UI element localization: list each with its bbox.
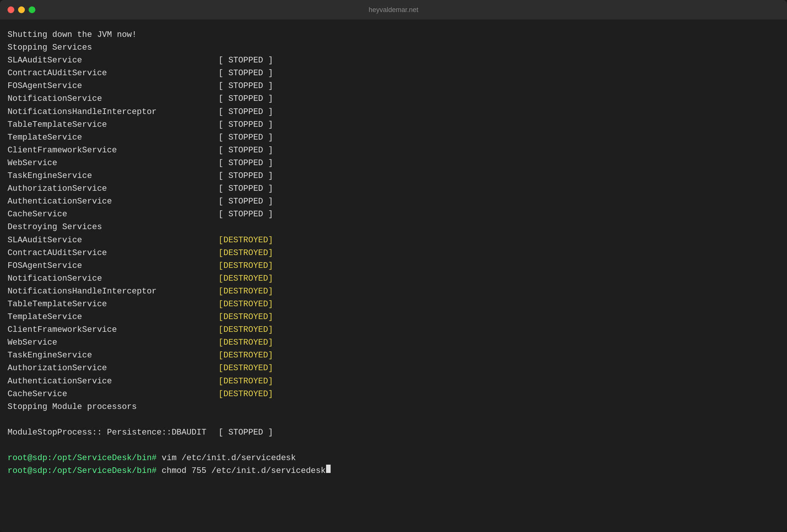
service-status: [DESTROYED] bbox=[218, 324, 273, 336]
service-status: [ STOPPED ] bbox=[218, 54, 273, 67]
service-row-stopped-10: TaskEngineService [ STOPPED ] bbox=[8, 170, 779, 182]
prompt-1: root@sdp:/opt/ServiceDesk/bin# bbox=[8, 452, 157, 465]
cmd-2: chmod 755 /etc/init.d/servicedesk bbox=[157, 465, 326, 477]
service-name: ContractAUditService bbox=[8, 247, 218, 260]
service-row-stopped-12: AuthenticationService [ STOPPED ] bbox=[8, 195, 779, 208]
service-row-destroyed-7: TemplateService [DESTROYED] bbox=[8, 311, 779, 324]
service-row-destroyed-8: ClientFrameworkService [DESTROYED] bbox=[8, 324, 779, 336]
service-status: [ STOPPED ] bbox=[218, 182, 273, 195]
service-name: SLAAuditService bbox=[8, 234, 218, 247]
service-row-stopped-9: WebService [ STOPPED ] bbox=[8, 157, 779, 170]
service-status: [ STOPPED ] bbox=[218, 195, 273, 208]
minimize-button[interactable] bbox=[18, 6, 25, 13]
stopping-module-text: Stopping Module processors bbox=[8, 401, 137, 413]
service-status: [DESTROYED] bbox=[218, 362, 273, 375]
service-status: [DESTROYED] bbox=[218, 247, 273, 260]
shutdown-text: Shutting down the JVM now! bbox=[8, 29, 137, 41]
service-status: [ STOPPED ] bbox=[218, 144, 273, 157]
service-row-stopped-1: SLAAuditService [ STOPPED ] bbox=[8, 54, 779, 67]
terminal-window: heyvaldemar.net Shutting down the JVM no… bbox=[0, 0, 787, 532]
service-row-destroyed-2: ContractAUditService [DESTROYED] bbox=[8, 247, 779, 260]
service-row-destroyed-12: AuthenticationService [DESTROYED] bbox=[8, 375, 779, 388]
service-row-stopped-8: ClientFrameworkService [ STOPPED ] bbox=[8, 144, 779, 157]
service-name: FOSAgentService bbox=[8, 80, 218, 93]
cmd-1: vim /etc/init.d/servicedesk bbox=[157, 452, 296, 465]
titlebar: heyvaldemar.net bbox=[0, 0, 787, 20]
service-name: NotificationsHandleInterceptor bbox=[8, 285, 218, 298]
module-stop-status: [ STOPPED ] bbox=[218, 426, 273, 439]
module-stop-line: ModuleStopProcess:: Persistence::DBAUDIT… bbox=[8, 426, 779, 439]
service-status: [DESTROYED] bbox=[218, 272, 273, 285]
service-row-destroyed-13: CacheService [DESTROYED] bbox=[8, 388, 779, 401]
service-name: TableTemplateService bbox=[8, 119, 218, 131]
service-status: [ STOPPED ] bbox=[218, 106, 273, 119]
service-row-destroyed-1: SLAAuditService [DESTROYED] bbox=[8, 234, 779, 247]
prompt-2: root@sdp:/opt/ServiceDesk/bin# bbox=[8, 465, 157, 477]
service-status: [DESTROYED] bbox=[218, 375, 273, 388]
service-row-stopped-5: NotificationsHandleInterceptor [ STOPPED… bbox=[8, 106, 779, 119]
service-name: WebService bbox=[8, 336, 218, 349]
stopping-module-line: Stopping Module processors bbox=[8, 401, 779, 413]
service-status: [ STOPPED ] bbox=[218, 119, 273, 131]
service-status: [ STOPPED ] bbox=[218, 208, 273, 221]
service-row-destroyed-6: TableTemplateService [DESTROYED] bbox=[8, 298, 779, 311]
service-name: NotificationService bbox=[8, 93, 218, 105]
service-name: ContractAUditService bbox=[8, 67, 218, 80]
service-row-destroyed-4: NotificationService [DESTROYED] bbox=[8, 272, 779, 285]
service-row-destroyed-5: NotificationsHandleInterceptor [DESTROYE… bbox=[8, 285, 779, 298]
service-status: [ STOPPED ] bbox=[218, 67, 273, 80]
maximize-button[interactable] bbox=[29, 6, 35, 13]
traffic-lights bbox=[8, 6, 35, 13]
service-name: SLAAuditService bbox=[8, 54, 218, 67]
destroying-services-text: Destroying Services bbox=[8, 221, 102, 234]
service-name: TemplateService bbox=[8, 131, 218, 144]
service-row-stopped-11: AuthorizationService [ STOPPED ] bbox=[8, 182, 779, 195]
empty-line-2 bbox=[8, 439, 779, 452]
close-button[interactable] bbox=[8, 6, 14, 13]
service-row-stopped-3: FOSAgentService [ STOPPED ] bbox=[8, 80, 779, 93]
stopping-services-header: Stopping Services bbox=[8, 41, 779, 54]
service-row-destroyed-3: FOSAgentService [DESTROYED] bbox=[8, 260, 779, 272]
service-row-destroyed-10: TaskEngineService [DESTROYED] bbox=[8, 349, 779, 362]
cursor bbox=[326, 465, 331, 473]
service-status: [DESTROYED] bbox=[218, 336, 273, 349]
stopping-services-text: Stopping Services bbox=[8, 41, 92, 54]
service-status: [ STOPPED ] bbox=[218, 170, 273, 182]
prompt-line-1: root@sdp:/opt/ServiceDesk/bin# vim /etc/… bbox=[8, 452, 779, 465]
service-name: TemplateService bbox=[8, 311, 218, 324]
empty-line-1 bbox=[8, 413, 779, 426]
shutdown-line: Shutting down the JVM now! bbox=[8, 29, 779, 41]
service-name: CacheService bbox=[8, 208, 218, 221]
service-name: NotificationsHandleInterceptor bbox=[8, 106, 218, 119]
service-name: FOSAgentService bbox=[8, 260, 218, 272]
service-status: [ STOPPED ] bbox=[218, 131, 273, 144]
service-name: TaskEngineService bbox=[8, 349, 218, 362]
destroying-services-header: Destroying Services bbox=[8, 221, 779, 234]
service-row-stopped-4: NotificationService [ STOPPED ] bbox=[8, 93, 779, 105]
prompt-line-2: root@sdp:/opt/ServiceDesk/bin# chmod 755… bbox=[8, 465, 779, 477]
service-status: [DESTROYED] bbox=[218, 285, 273, 298]
service-status: [DESTROYED] bbox=[218, 234, 273, 247]
service-status: [DESTROYED] bbox=[218, 349, 273, 362]
service-name: AuthenticationService bbox=[8, 375, 218, 388]
service-name: NotificationService bbox=[8, 272, 218, 285]
service-name: AuthenticationService bbox=[8, 195, 218, 208]
service-row-stopped-13: CacheService [ STOPPED ] bbox=[8, 208, 779, 221]
service-name: CacheService bbox=[8, 388, 218, 401]
service-status: [DESTROYED] bbox=[218, 298, 273, 311]
service-name: TableTemplateService bbox=[8, 298, 218, 311]
service-status: [ STOPPED ] bbox=[218, 93, 273, 105]
terminal-content[interactable]: Shutting down the JVM now! Stopping Serv… bbox=[0, 20, 787, 532]
service-name: TaskEngineService bbox=[8, 170, 218, 182]
service-row-stopped-2: ContractAUditService [ STOPPED ] bbox=[8, 67, 779, 80]
service-name: ClientFrameworkService bbox=[8, 324, 218, 336]
service-status: [ STOPPED ] bbox=[218, 157, 273, 170]
service-status: [ STOPPED ] bbox=[218, 80, 273, 93]
service-row-stopped-7: TemplateService [ STOPPED ] bbox=[8, 131, 779, 144]
service-row-destroyed-9: WebService [DESTROYED] bbox=[8, 336, 779, 349]
window-title: heyvaldemar.net bbox=[369, 6, 418, 14]
service-status: [DESTROYED] bbox=[218, 260, 273, 272]
module-stop-name: ModuleStopProcess:: Persistence::DBAUDIT bbox=[8, 426, 218, 439]
service-name: WebService bbox=[8, 157, 218, 170]
service-row-stopped-6: TableTemplateService [ STOPPED ] bbox=[8, 119, 779, 131]
